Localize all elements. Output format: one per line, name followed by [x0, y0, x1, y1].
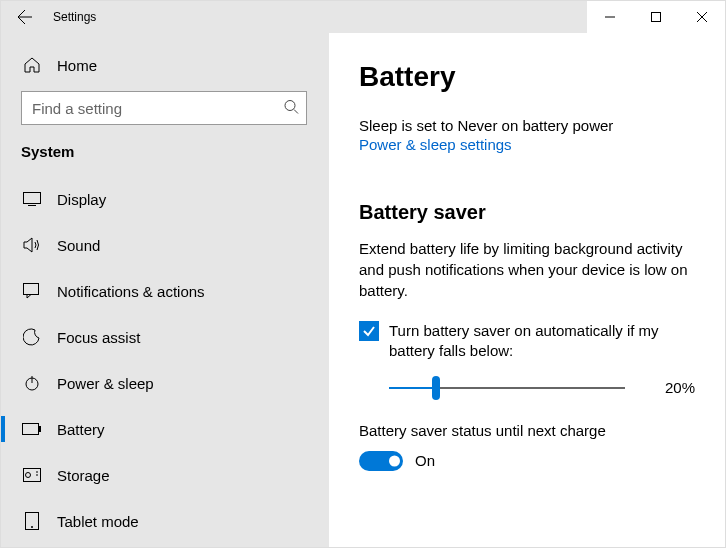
battery-icon [21, 423, 43, 435]
svg-rect-5 [23, 424, 39, 435]
sidebar-item-notifications[interactable]: Notifications & actions [1, 268, 329, 314]
focus-assist-icon [21, 328, 43, 346]
group-header-system: System [1, 143, 329, 160]
battery-saver-heading: Battery saver [359, 201, 695, 224]
svg-point-8 [26, 473, 31, 478]
sidebar-item-label: Display [57, 191, 106, 208]
sidebar-item-power-sleep[interactable]: Power & sleep [1, 360, 329, 406]
content-panel: Battery Sleep is set to Never on battery… [329, 33, 725, 547]
minimize-button[interactable] [587, 1, 633, 33]
slider-value-text: 20% [625, 379, 695, 396]
page-title: Battery [359, 61, 695, 93]
sidebar: Home System Display Sound Notifications … [1, 33, 329, 547]
svg-rect-3 [24, 284, 39, 295]
minimize-icon [605, 12, 615, 22]
svg-rect-0 [652, 13, 661, 22]
sidebar-item-storage[interactable]: Storage [1, 452, 329, 498]
saver-status-label: Battery saver status until next charge [359, 422, 695, 439]
tablet-icon [21, 512, 43, 530]
window-title: Settings [53, 10, 96, 24]
back-button[interactable] [5, 1, 45, 33]
auto-saver-label: Turn battery saver on automatically if m… [389, 321, 695, 362]
auto-saver-checkbox[interactable] [359, 321, 379, 341]
sidebar-item-display[interactable]: Display [1, 176, 329, 222]
slider-fill [389, 387, 436, 389]
svg-rect-6 [39, 426, 41, 432]
sidebar-item-battery[interactable]: Battery [1, 406, 329, 452]
display-icon [21, 192, 43, 206]
sidebar-item-label: Focus assist [57, 329, 140, 346]
sidebar-item-label: Notifications & actions [57, 283, 205, 300]
home-icon [21, 56, 43, 74]
arrow-left-icon [17, 9, 33, 25]
svg-rect-2 [24, 193, 41, 204]
titlebar: Settings [1, 1, 725, 33]
sidebar-item-label: Tablet mode [57, 513, 139, 530]
svg-point-10 [31, 526, 33, 528]
close-button[interactable] [679, 1, 725, 33]
checkmark-icon [362, 324, 376, 338]
power-sleep-link[interactable]: Power & sleep settings [359, 136, 695, 153]
battery-saver-description: Extend battery life by limiting backgrou… [359, 238, 695, 301]
sidebar-item-label: Sound [57, 237, 100, 254]
close-icon [697, 12, 707, 22]
home-label: Home [57, 57, 97, 74]
notifications-icon [21, 283, 43, 299]
maximize-button[interactable] [633, 1, 679, 33]
sidebar-item-label: Power & sleep [57, 375, 154, 392]
sidebar-item-label: Storage [57, 467, 110, 484]
sleep-info-text: Sleep is set to Never on battery power [359, 117, 695, 134]
maximize-icon [651, 12, 661, 22]
threshold-slider[interactable] [389, 378, 625, 398]
sidebar-item-label: Battery [57, 421, 105, 438]
storage-icon [21, 468, 43, 482]
sidebar-item-sound[interactable]: Sound [1, 222, 329, 268]
power-icon [21, 375, 43, 391]
sidebar-item-tablet-mode[interactable]: Tablet mode [1, 498, 329, 544]
toggle-knob [389, 455, 400, 466]
svg-point-1 [285, 101, 295, 111]
home-nav[interactable]: Home [1, 45, 329, 85]
toggle-state-label: On [415, 452, 435, 469]
slider-thumb[interactable] [432, 376, 440, 400]
saver-status-toggle[interactable] [359, 451, 403, 471]
search-icon [283, 99, 299, 118]
sound-icon [21, 237, 43, 253]
sidebar-item-focus-assist[interactable]: Focus assist [1, 314, 329, 360]
search-input[interactable] [21, 91, 307, 125]
